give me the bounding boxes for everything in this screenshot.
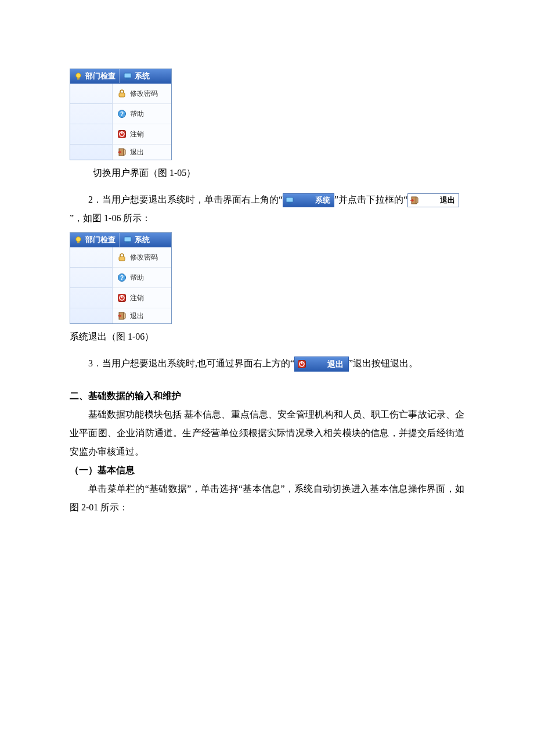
- menu-item-exit[interactable]: 退出: [113, 308, 171, 323]
- menu-item-label: 帮助: [130, 110, 144, 117]
- bulb-icon: [74, 71, 83, 81]
- text: 2．当用户想要退出系统时，单击界面右上角的“: [88, 195, 283, 204]
- menu-item-label: 注销: [130, 131, 144, 138]
- menu-item-help[interactable]: 帮助: [113, 268, 171, 288]
- menu-item-change-password[interactable]: 修改密码: [113, 247, 171, 268]
- menu-header: 部门检查 系统: [70, 69, 171, 84]
- text: ”退出按钮退出。: [349, 358, 418, 368]
- menu-item-exit[interactable]: 退出: [113, 145, 171, 160]
- help-icon: [117, 273, 127, 282]
- caption-fig105: 切换用户界面（图 1-05）: [70, 164, 464, 182]
- monitor-icon: [123, 71, 132, 81]
- menu-item-label: 修改密码: [130, 90, 158, 97]
- power-icon: [117, 293, 127, 303]
- menu-item-label: 帮助: [130, 274, 144, 281]
- text: ”，如图 1-06 所示：: [70, 213, 151, 223]
- tab-label: 系统: [135, 236, 150, 244]
- chip-label: 退出: [421, 197, 455, 204]
- tab-label: 部门检查: [85, 236, 116, 244]
- chip-exit[interactable]: 退出: [407, 193, 459, 207]
- menu-screenshot-fig105: 部门检查 系统 修改密码 帮助: [70, 69, 172, 160]
- heading-2: 二、基础数据的输入和维护: [70, 387, 464, 405]
- chip-label: 系统: [297, 197, 330, 204]
- tab-system[interactable]: 系统: [119, 69, 153, 83]
- paragraph-2: 2．当用户想要退出系统时，单击界面右上角的“ 系统 ”并点击下拉框的“ 退出 ”…: [70, 190, 464, 228]
- tab-dept-inspect[interactable]: 部门检查: [70, 233, 119, 247]
- monitor-icon: [123, 235, 132, 244]
- door-exit-icon: [410, 196, 419, 205]
- paragraph-sub1-body: 单击菜单栏的“基础数据”，单击选择“基本信息”，系统自动切换进入基本信息操作界面…: [70, 480, 464, 517]
- menu-screenshot-fig106: 部门检查 系统 修改密码 帮助: [70, 232, 172, 324]
- text: 3．当用户想要退出系统时,也可通过界面右上方的“: [88, 358, 294, 368]
- power-icon: [117, 129, 127, 139]
- chip-label: 退出: [309, 360, 344, 368]
- menu-item-logout[interactable]: 注销: [113, 288, 171, 308]
- power-icon: [297, 359, 306, 369]
- menu-item-help[interactable]: 帮助: [113, 104, 171, 124]
- door-exit-icon: [117, 311, 127, 321]
- bulb-icon: [74, 235, 83, 244]
- menu-item-label: 退出: [130, 312, 144, 319]
- menu-item-change-password[interactable]: 修改密码: [113, 84, 171, 104]
- sidebar-strip: [70, 247, 112, 323]
- paragraph-3: 3．当用户想要退出系统时,也可通过界面右上方的“ 退出 ”退出按钮退出。: [70, 354, 464, 373]
- lock-icon: [117, 89, 127, 98]
- paragraph-intro: 基础数据功能模块包括 基本信息、重点信息、安全管理机构和人员、职工伤亡事故记录、…: [70, 405, 464, 461]
- help-icon: [117, 109, 127, 118]
- lock-icon: [117, 253, 127, 262]
- tab-system[interactable]: 系统: [119, 233, 153, 247]
- sidebar-strip: [70, 84, 112, 160]
- door-exit-icon: [117, 147, 127, 157]
- tab-label: 系统: [135, 73, 150, 80]
- chip-system[interactable]: 系统: [283, 193, 334, 207]
- menu-item-label: 注销: [130, 294, 144, 301]
- chip-exit-big[interactable]: 退出: [294, 357, 349, 372]
- monitor-icon: [285, 196, 294, 205]
- menu-item-label: 退出: [130, 149, 144, 156]
- menu-header: 部门检查 系统: [70, 233, 171, 247]
- caption-fig106: 系统退出（图 1-06）: [70, 327, 464, 346]
- menu-item-label: 修改密码: [130, 254, 158, 261]
- text: ”并点击下拉框的“: [334, 195, 407, 204]
- menu-item-logout[interactable]: 注销: [113, 124, 171, 145]
- tab-dept-inspect[interactable]: 部门检查: [70, 69, 119, 83]
- subheading-1: （一）基本信息: [70, 461, 464, 480]
- tab-label: 部门检查: [85, 73, 116, 80]
